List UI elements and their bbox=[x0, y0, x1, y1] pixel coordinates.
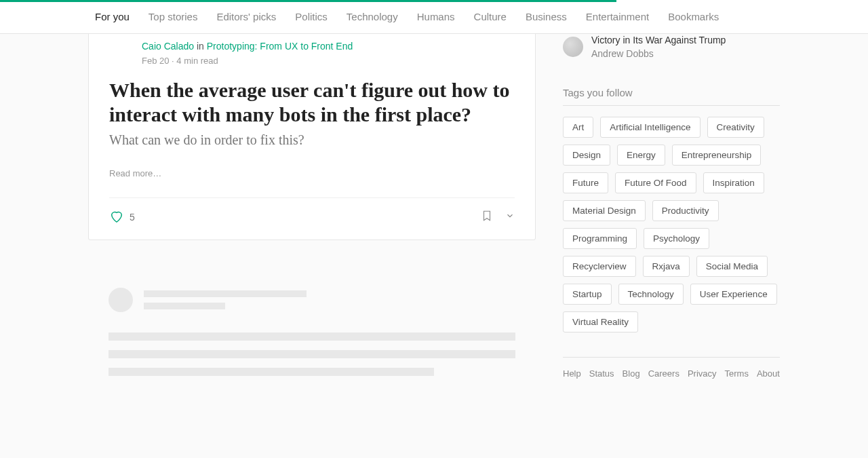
nav-business[interactable]: Business bbox=[526, 11, 567, 22]
tag-art[interactable]: Art bbox=[563, 117, 593, 138]
footer-link-careers[interactable]: Careers bbox=[648, 368, 679, 379]
nav-top-stories[interactable]: Top stories bbox=[149, 11, 198, 22]
placeholder-line bbox=[108, 332, 515, 341]
nav-editors-picks[interactable]: Editors' picks bbox=[216, 11, 276, 22]
nav-for-you[interactable]: For you bbox=[95, 11, 130, 22]
placeholder-line bbox=[144, 290, 307, 297]
bookmark-icon[interactable] bbox=[481, 209, 493, 225]
article-title[interactable]: When the average user can't figure out h… bbox=[109, 78, 515, 127]
footer-link-privacy[interactable]: Privacy bbox=[688, 368, 717, 379]
placeholder-card bbox=[88, 274, 536, 399]
tag-inspiration[interactable]: Inspiration bbox=[703, 172, 764, 193]
recommendation-title: Victory in Its War Against Trump bbox=[591, 34, 726, 46]
tag-artificial-intelligence[interactable]: Artificial Intelligence bbox=[600, 117, 700, 138]
article-subtitle: What can we do in order to fix this? bbox=[109, 132, 515, 148]
tag-technology[interactable]: Technology bbox=[618, 284, 684, 305]
avatar bbox=[563, 37, 583, 57]
tag-virtual-reality[interactable]: Virtual Reality bbox=[563, 311, 638, 332]
like-count: 5 bbox=[130, 212, 135, 223]
placeholder-line bbox=[108, 368, 434, 376]
tag-entrepreneurship[interactable]: Entrepreneurship bbox=[672, 145, 762, 166]
nav-politics[interactable]: Politics bbox=[295, 11, 328, 22]
sidebar: Victory in Its War Against Trump Andrew … bbox=[563, 20, 780, 399]
tag-future-of-food[interactable]: Future Of Food bbox=[615, 172, 696, 193]
placeholder-line bbox=[108, 350, 515, 358]
nav-technology[interactable]: Technology bbox=[347, 11, 398, 22]
tag-productivity[interactable]: Productivity bbox=[652, 200, 719, 221]
article-card: Caio Calado in Prototyping: From UX to F… bbox=[88, 20, 536, 240]
tag-future[interactable]: Future bbox=[563, 172, 608, 193]
tag-psychology[interactable]: Psychology bbox=[644, 228, 709, 249]
heart-icon[interactable] bbox=[109, 209, 124, 226]
placeholder-avatar bbox=[108, 288, 133, 312]
footer-link-terms[interactable]: Terms bbox=[725, 368, 749, 379]
tags-section-header: Tags you follow bbox=[563, 87, 780, 106]
article-date: Feb 20 bbox=[142, 56, 169, 66]
footer-links: HelpStatusBlogCareersPrivacyTermsAbout bbox=[563, 357, 780, 379]
read-more-link[interactable]: Read more… bbox=[109, 168, 515, 178]
recommendation-author: Andrew Dobbs bbox=[591, 47, 726, 60]
footer-link-about[interactable]: About bbox=[757, 368, 780, 379]
footer-link-status[interactable]: Status bbox=[589, 368, 614, 379]
nav-humans[interactable]: Humans bbox=[417, 11, 455, 22]
loading-progress-bar bbox=[0, 0, 616, 2]
top-nav: For you Top stories Editors' picks Polit… bbox=[0, 0, 868, 34]
tag-energy[interactable]: Energy bbox=[617, 145, 665, 166]
tag-rxjava[interactable]: Rxjava bbox=[643, 256, 690, 277]
tag-social-media[interactable]: Social Media bbox=[696, 256, 768, 277]
article-author-link[interactable]: Caio Calado bbox=[142, 41, 194, 52]
article-read-time: 4 min read bbox=[176, 56, 218, 66]
tag-startup[interactable]: Startup bbox=[563, 284, 612, 305]
tag-programming[interactable]: Programming bbox=[563, 228, 637, 249]
tag-user-experience[interactable]: User Experience bbox=[690, 284, 777, 305]
nav-bookmarks[interactable]: Bookmarks bbox=[668, 11, 719, 22]
nav-culture[interactable]: Culture bbox=[474, 11, 507, 22]
nav-entertainment[interactable]: Entertainment bbox=[586, 11, 649, 22]
recommendation-item[interactable]: Victory in Its War Against Trump Andrew … bbox=[563, 34, 780, 60]
article-publication-link[interactable]: Prototyping: From UX to Front End bbox=[207, 41, 353, 52]
in-word: in bbox=[197, 41, 204, 52]
tag-creativity[interactable]: Creativity bbox=[707, 117, 764, 138]
footer-link-help[interactable]: Help bbox=[563, 368, 581, 379]
footer-link-blog[interactable]: Blog bbox=[623, 368, 640, 379]
tags-container: ArtArtificial IntelligenceCreativityDesi… bbox=[563, 117, 780, 332]
tag-design[interactable]: Design bbox=[563, 145, 610, 166]
placeholder-line bbox=[144, 303, 225, 309]
chevron-down-icon[interactable] bbox=[505, 211, 515, 223]
tag-recyclerview[interactable]: Recyclerview bbox=[563, 256, 636, 277]
tag-material-design[interactable]: Material Design bbox=[563, 200, 646, 221]
